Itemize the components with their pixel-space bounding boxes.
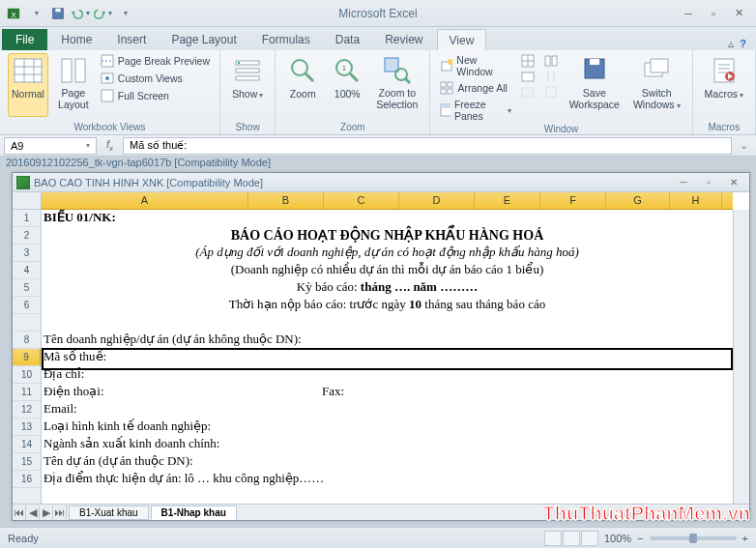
save-workspace-button[interactable]: SaveWorkspace — [566, 53, 624, 117]
row-header-3[interactable]: 3 — [13, 245, 41, 262]
zoom-out-button[interactable]: − — [637, 533, 643, 544]
excel-app-icon[interactable]: X — [4, 4, 23, 23]
cell-title: BÁO CÁO HOẠT ĐỘNG NHẬP KHẨU HÀNG HOÁ — [231, 227, 543, 244]
unhide-button[interactable] — [519, 84, 537, 100]
row-header-11[interactable]: 11 — [13, 384, 41, 401]
qat-customize-icon[interactable] — [26, 4, 45, 23]
col-header-B[interactable]: B — [248, 192, 324, 209]
row-header-5[interactable]: 5 — [13, 279, 41, 297]
minimize-button[interactable]: ─ — [677, 5, 700, 22]
qat-dropdown-icon[interactable] — [115, 4, 134, 23]
formula-expand-icon[interactable]: ⌄ — [736, 139, 752, 152]
formula-bar: A9▾ fx Mã số thuế: ⌄ — [0, 135, 756, 157]
mdi-area: 20160912102256_tk-vgn-tap6017b [Compatib… — [0, 157, 756, 527]
tab-insert[interactable]: Insert — [105, 29, 158, 50]
vertical-scrollbar[interactable] — [733, 210, 749, 504]
svg-rect-33 — [448, 89, 452, 94]
doc-minimize-button[interactable]: ─ — [672, 174, 695, 191]
name-box[interactable]: A9▾ — [4, 137, 97, 155]
tab-page-layout[interactable]: Page Layout — [160, 29, 247, 50]
column-headers[interactable]: ABCDEFGH — [42, 192, 733, 210]
view-pagebreak-icon[interactable] — [581, 531, 598, 546]
undo-icon[interactable] — [71, 4, 90, 23]
col-header-D[interactable]: D — [399, 192, 475, 209]
document-title-bar[interactable]: BAO CAO TINH HINH XNK [Compatibility Mod… — [13, 173, 749, 192]
spreadsheet-grid[interactable]: ABCDEFGH 1234568910111213141516 BIỂU 01/… — [13, 192, 749, 520]
row-header-12[interactable]: 12 — [13, 401, 41, 418]
col-header-A[interactable]: A — [42, 192, 248, 209]
svg-line-27 — [405, 78, 410, 83]
close-button[interactable]: ✕ — [727, 5, 750, 22]
zoom-slider[interactable] — [650, 536, 737, 540]
page-layout-view-button[interactable]: PageLayout — [54, 53, 93, 117]
sync-scroll-button[interactable] — [542, 69, 560, 84]
select-all-corner[interactable] — [13, 192, 42, 210]
sheet-tab-xuat-khau[interactable]: B1-Xuat khau — [69, 505, 149, 520]
tab-home[interactable]: Home — [49, 29, 103, 50]
ribbon-minimize-icon[interactable]: ▵ — [728, 37, 734, 50]
custom-views-button[interactable]: Custom Views — [99, 71, 212, 86]
zoom-100-button[interactable]: 1 100% — [328, 53, 366, 117]
sheet-nav-next[interactable]: ▶ — [40, 505, 53, 520]
tab-review[interactable]: Review — [373, 29, 434, 50]
tab-formulas[interactable]: Formulas — [250, 29, 322, 50]
help-icon[interactable]: ? — [740, 38, 746, 49]
sheet-tab-nhap-khau[interactable]: B1-Nhap khau — [151, 505, 237, 520]
col-header-E[interactable]: E — [475, 192, 540, 209]
hide-button[interactable] — [519, 69, 537, 84]
row-header-15[interactable]: 15 — [13, 453, 41, 471]
new-window-button[interactable]: New Window — [438, 53, 512, 78]
fx-icon[interactable]: fx — [101, 138, 119, 153]
svg-text:X: X — [11, 10, 16, 18]
page-break-preview-button[interactable]: Page Break Preview — [99, 53, 212, 69]
formula-input[interactable]: Mã số thuế: — [123, 137, 732, 155]
row-header-13[interactable]: 13 — [13, 418, 41, 436]
col-header-H[interactable]: H — [670, 192, 722, 209]
save-icon[interactable] — [48, 4, 68, 23]
doc-maximize-button[interactable]: ▫ — [697, 174, 720, 191]
reset-position-button[interactable] — [542, 84, 560, 100]
switch-windows-button[interactable]: SwitchWindows — [629, 53, 684, 117]
row-header-10[interactable]: 10 — [13, 366, 41, 384]
row-header-blank[interactable] — [13, 314, 41, 332]
show-button[interactable]: Show — [228, 53, 267, 117]
cells-area[interactable]: BIỂU 01/NK: BÁO CÁO HOẠT ĐỘNG NHẬP KHẨU … — [42, 210, 733, 504]
col-header-C[interactable]: C — [324, 192, 399, 209]
row-header-9[interactable]: 9 — [13, 349, 41, 366]
sheet-nav-last[interactable]: ⏭ — [53, 505, 67, 520]
zoom-selection-button[interactable]: Zoom toSelection — [372, 53, 422, 117]
doc-close-button[interactable]: ✕ — [722, 174, 745, 191]
row-headers[interactable]: 1234568910111213141516 — [13, 210, 42, 504]
view-shortcut-buttons[interactable] — [544, 531, 598, 546]
group-label-show: Show — [236, 119, 260, 134]
row-header-6[interactable]: 6 — [13, 297, 41, 314]
row-header-1[interactable]: 1 — [13, 210, 41, 227]
sheet-nav-first[interactable]: ⏮ — [13, 505, 26, 520]
side-by-side-button[interactable] — [542, 53, 560, 69]
zoom-in-button[interactable]: + — [742, 533, 748, 544]
macros-button[interactable]: Macros — [701, 53, 747, 117]
zoom-level[interactable]: 100% — [604, 533, 631, 544]
row-header-8[interactable]: 8 — [13, 332, 41, 349]
redo-icon[interactable] — [93, 4, 112, 23]
tab-view[interactable]: View — [437, 29, 487, 50]
maximize-button[interactable]: ▫ — [702, 5, 725, 22]
tab-data[interactable]: Data — [324, 29, 371, 50]
arrange-all-button[interactable]: Arrange All — [438, 80, 512, 96]
row-header-14[interactable]: 14 — [13, 436, 41, 453]
background-document-title[interactable]: 20160912102256_tk-vgn-tap6017b [Compatib… — [6, 157, 271, 168]
col-header-G[interactable]: G — [606, 192, 670, 209]
row-header-4[interactable]: 4 — [13, 262, 41, 279]
view-normal-icon[interactable] — [544, 531, 562, 546]
zoom-button[interactable]: Zoom — [283, 53, 322, 117]
row-header-16[interactable]: 16 — [13, 471, 41, 488]
tab-file[interactable]: File — [2, 29, 47, 50]
split-button[interactable] — [519, 53, 537, 69]
freeze-panes-button[interactable]: Freeze Panes — [438, 98, 512, 123]
view-pagelayout-icon[interactable] — [563, 531, 580, 546]
col-header-F[interactable]: F — [540, 192, 606, 209]
row-header-2[interactable]: 2 — [13, 227, 41, 245]
normal-view-button[interactable]: Normal — [8, 53, 48, 117]
sheet-nav-prev[interactable]: ◀ — [26, 505, 40, 520]
full-screen-button[interactable]: Full Screen — [99, 88, 212, 103]
